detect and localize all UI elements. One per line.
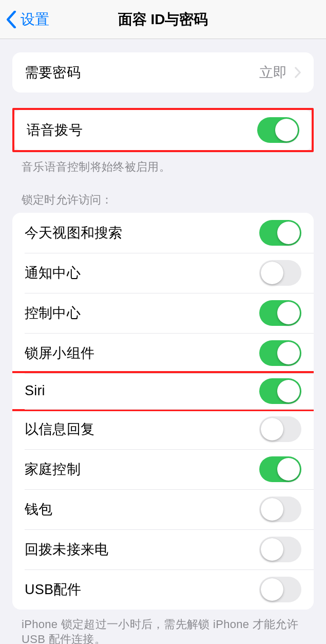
row-lockscreen-item: 家庭控制 — [12, 449, 314, 489]
row-label-voice-dial: 语音拨号 — [27, 121, 83, 139]
footer-voice-dial: 音乐语音控制将始终被启用。 — [22, 159, 304, 175]
row-label-lockscreen-item: 通知中心 — [25, 264, 81, 282]
row-require-passcode[interactable]: 需要密码 立即 — [12, 52, 314, 93]
toggle-lockscreen-item[interactable] — [259, 416, 301, 442]
row-lockscreen-item: 以信息回复 — [12, 409, 314, 449]
group-require-passcode: 需要密码 立即 — [12, 52, 314, 93]
group-lockscreen-access: 今天视图和搜索通知中心控制中心锁屏小组件Siri以信息回复家庭控制钱包回拨未接来… — [12, 213, 314, 610]
toggle-lockscreen-item[interactable] — [259, 378, 301, 404]
row-label-lockscreen-item: 锁屏小组件 — [25, 344, 94, 362]
row-label-require-passcode: 需要密码 — [25, 63, 81, 82]
row-label-lockscreen-item: USB配件 — [25, 580, 82, 599]
row-lockscreen-item: 锁屏小组件 — [12, 333, 314, 373]
footer-lockscreen-access: iPhone 锁定超过一小时后，需先解锁 iPhone 才能允许USB 配件连接… — [22, 617, 304, 644]
header-lockscreen-access: 锁定时允许访问： — [22, 192, 304, 208]
row-lockscreen-item: 今天视图和搜索 — [12, 213, 314, 253]
toggle-lockscreen-item[interactable] — [259, 456, 301, 482]
chevron-right-icon — [294, 67, 301, 78]
toggle-lockscreen-item[interactable] — [259, 496, 301, 522]
row-label-lockscreen-item: 家庭控制 — [25, 460, 81, 479]
row-lockscreen-item: 控制中心 — [12, 293, 314, 333]
group-voice-dial: 语音拨号 — [14, 110, 312, 150]
chevron-left-icon — [5, 11, 17, 28]
row-label-lockscreen-item: 回拨未接来电 — [25, 540, 108, 559]
row-value-require-passcode: 立即 — [259, 63, 301, 82]
toggle-lockscreen-item[interactable] — [259, 300, 301, 326]
toggle-voice-dial[interactable] — [257, 117, 299, 143]
row-label-lockscreen-item: 钱包 — [25, 500, 52, 519]
highlight-voice-dial: 语音拨号 — [12, 108, 314, 152]
row-lockscreen-item: USB配件 — [12, 569, 314, 610]
back-button-label: 设置 — [21, 10, 49, 29]
toggle-lockscreen-item[interactable] — [259, 220, 301, 246]
toggle-lockscreen-item[interactable] — [259, 260, 301, 286]
navigation-bar: 设置 面容 ID与密码 — [0, 0, 326, 39]
row-label-lockscreen-item: 以信息回复 — [25, 420, 94, 438]
back-button[interactable]: 设置 — [5, 10, 49, 29]
row-lockscreen-item: 钱包 — [12, 489, 314, 529]
toggle-lockscreen-item[interactable] — [259, 577, 301, 602]
toggle-lockscreen-item[interactable] — [259, 340, 301, 366]
row-label-lockscreen-item: 今天视图和搜索 — [25, 224, 122, 242]
row-lockscreen-item: 通知中心 — [12, 253, 314, 293]
toggle-lockscreen-item[interactable] — [259, 537, 301, 562]
row-label-lockscreen-item: 控制中心 — [25, 304, 81, 322]
row-voice-dial: 语音拨号 — [14, 110, 312, 150]
row-label-lockscreen-item: Siri — [25, 383, 45, 399]
row-lockscreen-item: Siri — [12, 371, 314, 411]
row-lockscreen-item: 回拨未接来电 — [12, 529, 314, 569]
